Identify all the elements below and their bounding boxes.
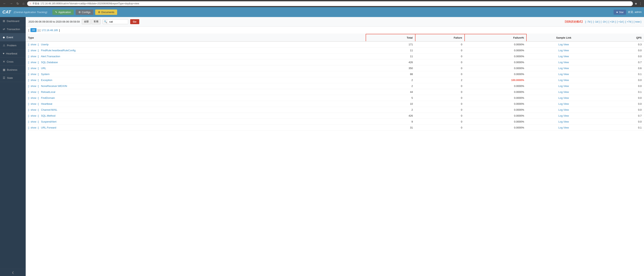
type-link-12[interactable]: SQL.Method xyxy=(41,114,56,117)
time-nav-minus7d[interactable]: [ -7d ] xyxy=(585,20,592,23)
cell-qps-0: 0.3 xyxy=(601,41,644,48)
log-view-link-1[interactable]: Log View xyxy=(558,49,569,52)
log-view-link-2[interactable]: Log View xyxy=(558,55,569,58)
forward-button[interactable]: → xyxy=(9,2,14,6)
col-header-qps: QPS xyxy=(601,34,644,41)
time-nav-now[interactable]: [ now ] xyxy=(634,20,641,23)
show-link-3[interactable]: [:: show ::] xyxy=(28,61,39,64)
documents-nav-button[interactable]: ⚙ Documents xyxy=(95,10,117,15)
type-link-3[interactable]: SQL.Database xyxy=(41,61,58,64)
cell-failure-2: 0 xyxy=(415,53,465,59)
cell-sample-5: Log View xyxy=(526,71,601,77)
business-icon: ▦ xyxy=(3,68,5,71)
sidebar-item-event[interactable]: ◆ Event xyxy=(0,33,26,41)
type-link-8[interactable]: ReloadLocal xyxy=(41,90,55,93)
sidebar-item-dashboard[interactable]: ⊞ Dashboard xyxy=(0,17,26,25)
cell-qps-9: 0.0 xyxy=(601,95,644,101)
time-nav-minus1h[interactable]: [ -1h ] xyxy=(601,20,607,23)
show-link-13[interactable]: [:: show ::] xyxy=(28,120,39,123)
type-link-14[interactable]: URL.Forward xyxy=(41,126,56,129)
sidebar-item-problem[interactable]: ⚠ Problem xyxy=(0,41,26,50)
go-button[interactable]: Go xyxy=(130,19,139,24)
star-button[interactable]: ★ Star xyxy=(614,10,626,15)
log-view-link-14[interactable]: Log View xyxy=(558,126,569,129)
log-view-link-12[interactable]: Log View xyxy=(558,114,569,117)
show-link-14[interactable]: [:: show ::] xyxy=(28,126,39,129)
url-bar[interactable]: ⚠ 不安全 172.16.48.185:8080/cat/r/e?domain=… xyxy=(27,1,633,6)
time-nav-plus1h[interactable]: [ +1h ] xyxy=(608,20,616,23)
show-link-4[interactable]: [:: show ::] xyxy=(28,67,39,70)
cell-failure-pct-5: 0.0000% xyxy=(465,71,526,77)
back-button[interactable]: ← xyxy=(2,2,7,6)
bracket-open: [ xyxy=(28,29,29,32)
search-input[interactable] xyxy=(108,19,128,24)
filter-separator2: ] xyxy=(59,29,60,32)
show-link-11[interactable]: [:: show ::] xyxy=(28,108,39,111)
filter-all-button[interactable]: 全部 xyxy=(82,19,91,24)
show-link-10[interactable]: [:: show ::] xyxy=(28,102,39,105)
show-link-6[interactable]: [:: show ::] xyxy=(28,79,39,82)
log-view-link-6[interactable]: Log View xyxy=(558,79,569,82)
menu-icon[interactable]: ⋮ xyxy=(639,2,642,6)
type-link-4[interactable]: URL xyxy=(41,67,46,70)
cell-failure-pct-9: 0.0000% xyxy=(465,95,526,101)
type-link-10[interactable]: Heartbeat xyxy=(41,102,52,105)
cell-failure-3: 0 xyxy=(415,59,465,65)
filter-ip-link[interactable]: 172.16.48.185 xyxy=(42,29,58,32)
cell-qps-11: 0.0 xyxy=(601,107,644,113)
refresh-button[interactable]: ↻ xyxy=(16,2,20,6)
cell-failure-pct-12: 0.0000% xyxy=(465,113,526,119)
log-view-link-7[interactable]: Log View xyxy=(558,85,569,87)
content-area: 2020-06-06 09:00:00 to 2020-06-06 09:59:… xyxy=(26,17,644,276)
filter-common-button[interactable]: 常用 xyxy=(92,19,100,24)
show-link-8[interactable]: [:: show ::] xyxy=(28,91,39,93)
filter-tag-all[interactable]: All xyxy=(30,28,36,32)
app-logo: CAT xyxy=(2,10,11,15)
type-link-13[interactable]: SuspendAlert xyxy=(41,120,56,123)
cell-total-12: 426 xyxy=(366,113,415,119)
time-nav-plus1d[interactable]: [ +1d ] xyxy=(617,20,624,23)
show-link-2[interactable]: [:: show ::] xyxy=(28,55,39,58)
log-view-link-0[interactable]: Log View xyxy=(558,43,569,46)
table-row: [:: show ::] SQL.Database 426 0 0.0000% … xyxy=(26,59,644,65)
type-link-6[interactable]: Exception xyxy=(41,79,52,82)
log-view-link-11[interactable]: Log View xyxy=(558,108,569,111)
show-link-9[interactable]: [:: show ::] xyxy=(28,97,39,99)
show-link-7[interactable]: [:: show ::] xyxy=(28,85,39,87)
log-view-link-13[interactable]: Log View xyxy=(558,120,569,123)
table-row: [:: show ::] Heartbeat 10 0 0.0000% Log … xyxy=(26,101,644,107)
sidebar-collapse-button[interactable]: ❮ xyxy=(0,269,26,276)
log-view-link-3[interactable]: Log View xyxy=(558,61,569,64)
log-view-link-10[interactable]: Log View xyxy=(558,102,569,105)
type-link-2[interactable]: Alert:Transaction xyxy=(41,55,60,58)
col-header-failure-pct: Failure% xyxy=(465,34,526,41)
transaction-icon: ⇄ xyxy=(3,28,5,31)
time-nav-plus7d[interactable]: [ +7d ] xyxy=(625,20,632,23)
show-link-0[interactable]: [:: show ::] xyxy=(28,43,39,46)
home-button[interactable]: ⌂ xyxy=(22,2,26,6)
type-link-9[interactable]: FindDomain xyxy=(41,96,55,99)
type-link-7[interactable]: NoneReceiver:WEIXIN xyxy=(41,85,67,87)
type-link-5[interactable]: System xyxy=(41,73,50,76)
history-mode-link[interactable]: 【切到历史模式】 xyxy=(564,20,584,24)
log-view-link-5[interactable]: Log View xyxy=(558,73,569,76)
time-nav-minus1d[interactable]: [ -1d ] xyxy=(593,20,600,23)
star-icon[interactable]: ★ xyxy=(634,2,637,6)
sidebar-item-state[interactable]: ☰ State xyxy=(0,74,26,82)
type-link-11[interactable]: Channel:MAIL xyxy=(41,108,57,111)
log-view-link-8[interactable]: Log View xyxy=(558,90,569,93)
cell-failure-5: 0 xyxy=(415,71,465,77)
sidebar-item-heartbeat[interactable]: ♥ Heartbeat xyxy=(0,50,26,58)
show-link-1[interactable]: [:: show ::] xyxy=(28,49,39,52)
show-link-5[interactable]: [:: show ::] xyxy=(28,73,39,76)
configs-nav-button[interactable]: ⚙ Configs xyxy=(76,10,93,15)
log-view-link-4[interactable]: Log View xyxy=(558,67,569,70)
sidebar-item-cross[interactable]: ✕ Cross xyxy=(0,58,26,66)
type-link-1[interactable]: FindRule:heartbeatRuleConfig xyxy=(41,49,76,52)
sidebar-item-business[interactable]: ▦ Business xyxy=(0,66,26,74)
type-link-0[interactable]: UserIp xyxy=(41,43,48,46)
application-nav-button[interactable]: ✎ Application xyxy=(52,10,74,15)
sidebar-item-transaction[interactable]: ⇄ Transaction xyxy=(0,25,26,33)
show-link-12[interactable]: [:: show ::] xyxy=(28,114,39,117)
log-view-link-9[interactable]: Log View xyxy=(558,96,569,99)
